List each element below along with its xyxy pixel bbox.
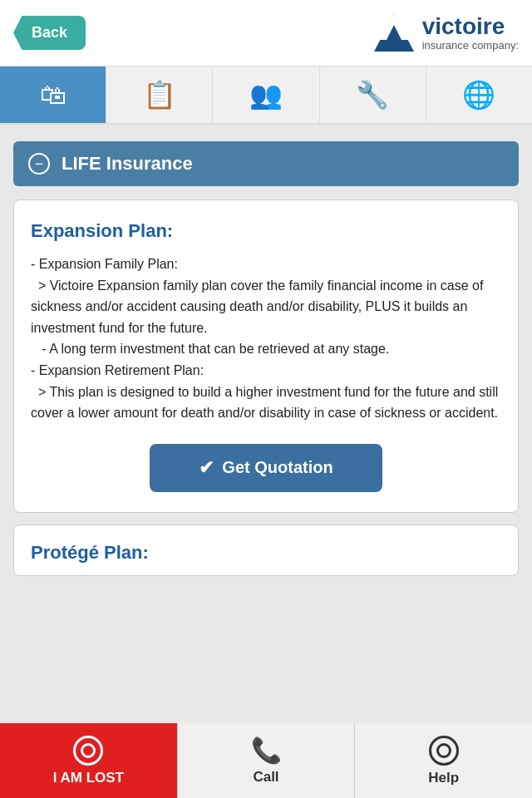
back-button[interactable]: Back <box>13 16 86 50</box>
logo-sub: insurance company: <box>422 40 519 52</box>
tab-docs[interactable]: 📋 <box>106 66 213 123</box>
section-header: LIFE Insurance <box>13 141 519 186</box>
expansion-plan-card: Expansion Plan: - Expansion Family Plan:… <box>13 200 519 513</box>
docs-icon: 📋 <box>143 79 176 111</box>
help-label: Help <box>428 770 459 786</box>
collapse-icon[interactable] <box>28 153 50 175</box>
tab-shop[interactable]: 🛍 <box>0 66 106 123</box>
i-am-lost-button[interactable]: I AM LOST <box>0 723 177 798</box>
help-icon <box>429 736 459 766</box>
tab-globe[interactable]: 🌐 <box>426 66 532 123</box>
people-icon: 👥 <box>249 79 283 111</box>
logo-text: victoire insurance company: <box>422 14 519 52</box>
nav-tabs: 🛍 📋 👥 🔧 🌐 <box>0 66 532 125</box>
checkmark-icon: ✔ <box>199 457 214 479</box>
globe-icon: 🌐 <box>462 79 495 111</box>
expansion-plan-body: - Expansion Family Plan: > Victoire Expa… <box>31 254 501 424</box>
logo-area: victoire insurance company: <box>371 10 519 57</box>
get-quotation-label: Get Quotation <box>222 458 332 477</box>
call-label: Call <box>253 769 278 786</box>
protege-plan-card: Protégé Plan: <box>13 525 519 576</box>
expansion-plan-title: Expansion Plan: <box>31 220 501 242</box>
logo-icon <box>371 10 417 57</box>
call-button[interactable]: 📞 Call <box>177 723 356 798</box>
tools-icon: 🔧 <box>356 79 389 111</box>
shop-icon: 🛍 <box>40 80 66 111</box>
main-content: LIFE Insurance Expansion Plan: - Expansi… <box>0 125 532 593</box>
call-icon: 📞 <box>251 736 282 765</box>
tab-tools[interactable]: 🔧 <box>320 66 426 123</box>
lost-label: I AM LOST <box>53 770 124 786</box>
lost-icon <box>73 736 103 766</box>
tab-people[interactable]: 👥 <box>213 66 319 123</box>
bottom-bar: I AM LOST 📞 Call Help <box>0 723 532 798</box>
logo-name: victoire <box>422 14 519 40</box>
get-quotation-button[interactable]: ✔ Get Quotation <box>150 444 382 492</box>
protege-plan-title: Protégé Plan: <box>31 542 501 564</box>
help-button[interactable]: Help <box>355 723 532 798</box>
section-title: LIFE Insurance <box>62 153 193 175</box>
app-header: Back victoire insurance company: <box>0 0 532 66</box>
